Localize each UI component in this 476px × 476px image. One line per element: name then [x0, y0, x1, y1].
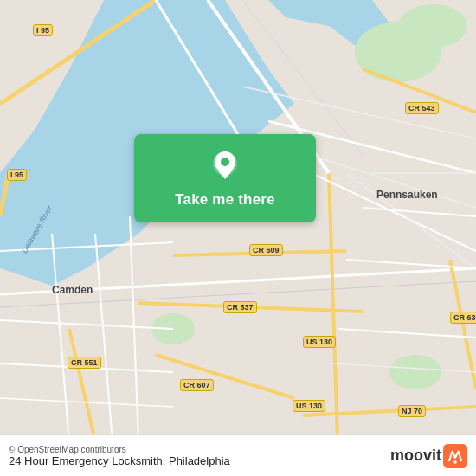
bottom-left: © OpenStreetMap contributors 24 Hour Eme… — [9, 445, 230, 467]
cr607-label: CR 607 — [180, 379, 214, 391]
moovit-text: moovit — [390, 447, 441, 465]
moovit-icon-svg — [443, 444, 467, 468]
pennsauken-label: Pennsauken — [376, 189, 438, 201]
cr537-label: CR 537 — [223, 301, 257, 313]
take-me-there-button[interactable]: Take me there — [134, 134, 316, 222]
button-label: Take me there — [175, 191, 275, 209]
bottom-bar: © OpenStreetMap contributors 24 Hour Eme… — [0, 434, 476, 476]
us130-label-2: US 130 — [293, 400, 325, 412]
osm-attribution: © OpenStreetMap contributors — [9, 445, 230, 454]
svg-point-42 — [453, 460, 457, 464]
camden-label: Camden — [52, 284, 93, 296]
cr609-label: CR 609 — [249, 244, 283, 256]
cr636-label: CR 636 — [450, 312, 476, 324]
svg-point-5 — [389, 355, 441, 389]
moovit-logo: moovit — [390, 444, 467, 468]
svg-point-4 — [398, 4, 467, 48]
nj70-label: NJ 70 — [398, 405, 426, 417]
place-name: 24 Hour Emergency Locksmith, Philadelphi… — [9, 454, 230, 467]
svg-point-40 — [221, 158, 229, 166]
cr543-label: CR 543 — [405, 102, 439, 114]
map-container: I 95 I 95 CR 543 CR 609 CR 537 CR 551 CR… — [0, 0, 476, 476]
i95-label-2: I 95 — [7, 169, 27, 181]
i95-label-1: I 95 — [33, 24, 53, 36]
us130-label-1: US 130 — [303, 336, 336, 348]
cr551-label: CR 551 — [68, 357, 101, 369]
location-pin-icon — [206, 146, 244, 184]
